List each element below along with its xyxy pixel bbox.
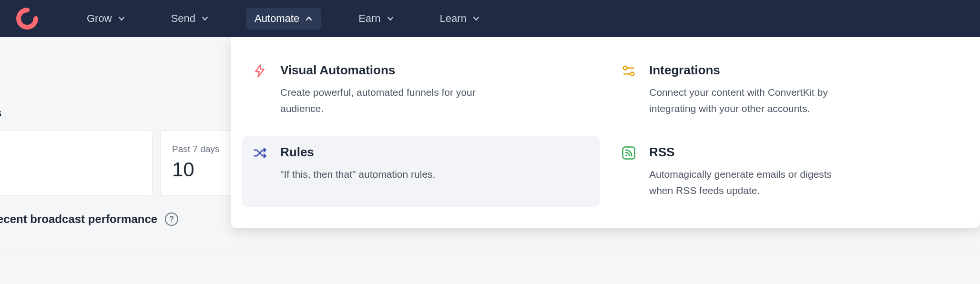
chevron-down-icon	[118, 15, 125, 22]
dropdown-item-title: Visual Automations	[280, 63, 476, 78]
broadcast-section-header: ecent broadcast performance ?	[0, 213, 178, 226]
dropdown-item-desc: Automagically generate emails or digests…	[649, 166, 845, 198]
nav-grow[interactable]: Grow	[78, 8, 134, 30]
nav-learn[interactable]: Learn	[431, 8, 489, 30]
nav-label: Send	[171, 12, 195, 25]
top-nav: Grow Send Automate Earn Learn	[0, 0, 980, 37]
logo[interactable]	[14, 6, 40, 31]
shuffle-icon	[253, 146, 269, 162]
nav-earn[interactable]: Earn	[350, 8, 402, 30]
svg-point-5	[625, 154, 627, 156]
stat-card	[0, 130, 153, 196]
dropdown-item-title: RSS	[649, 145, 845, 160]
dropdown-integrations[interactable]: Integrations Connect your content with C…	[611, 54, 969, 125]
chevron-down-icon	[387, 15, 394, 22]
nav-label: Earn	[358, 12, 380, 25]
dropdown-rss[interactable]: RSS Automagically generate emails or dig…	[611, 136, 969, 207]
nav-label: Automate	[255, 12, 299, 25]
dropdown-item-desc: Create powerful, automated funnels for y…	[280, 84, 476, 116]
nav-label: Learn	[440, 12, 467, 25]
chevron-down-icon	[472, 15, 480, 22]
chevron-down-icon	[201, 15, 209, 22]
section-title-fragment: s	[0, 106, 1, 120]
integrations-icon	[622, 64, 638, 80]
svg-rect-4	[623, 147, 635, 159]
logo-icon	[14, 6, 40, 31]
nav-items: Grow Send Automate Earn Learn	[78, 8, 489, 30]
automate-dropdown: Visual Automations Create powerful, auto…	[231, 37, 980, 228]
nav-automate[interactable]: Automate	[246, 8, 321, 30]
broadcast-title: ecent broadcast performance	[0, 213, 157, 226]
dropdown-item-desc: "If this, then that" automation rules.	[280, 166, 435, 183]
dropdown-item-desc: Connect your content with ConvertKit by …	[649, 84, 845, 116]
lightning-icon	[253, 64, 269, 80]
rss-icon	[622, 146, 638, 162]
dropdown-text: Integrations Connect your content with C…	[649, 63, 845, 116]
divider	[0, 252, 980, 252]
help-icon[interactable]: ?	[165, 213, 178, 226]
nav-send[interactable]: Send	[163, 8, 217, 30]
stat-label: Past 7 days	[172, 144, 234, 154]
dropdown-rules[interactable]: Rules "If this, then that" automation ru…	[242, 136, 600, 207]
chevron-up-icon	[305, 15, 313, 22]
dropdown-item-title: Integrations	[649, 63, 845, 78]
dropdown-item-title: Rules	[280, 145, 435, 160]
dropdown-text: Visual Automations Create powerful, auto…	[280, 63, 476, 116]
dropdown-text: RSS Automagically generate emails or dig…	[649, 145, 845, 198]
dropdown-text: Rules "If this, then that" automation ru…	[280, 145, 435, 198]
dropdown-visual-automations[interactable]: Visual Automations Create powerful, auto…	[242, 54, 600, 125]
nav-label: Grow	[87, 12, 112, 25]
stat-value: 10	[172, 158, 234, 181]
